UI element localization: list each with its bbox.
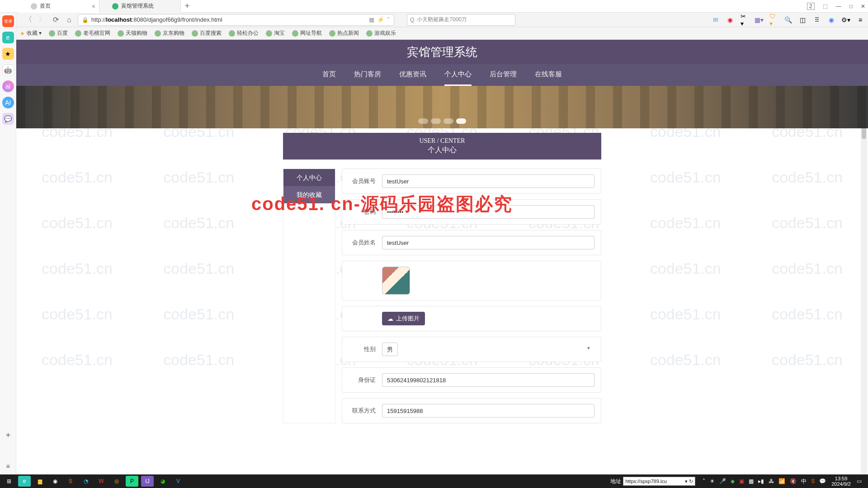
- translate-icon[interactable]: ▦: [369, 16, 374, 23]
- phone-input[interactable]: [382, 404, 594, 418]
- bookmark-item[interactable]: 老毛桃官网: [75, 29, 110, 37]
- tray-wifi-icon[interactable]: 📶: [778, 478, 785, 484]
- name-input[interactable]: [382, 236, 594, 249]
- url-input[interactable]: 🔒 http://localhost:8080/djangof66g9/fron…: [78, 14, 394, 26]
- tray-notif-icon[interactable]: 💬: [819, 478, 826, 484]
- chrome-icon[interactable]: ◉: [827, 16, 835, 24]
- tray-vol-icon[interactable]: 🔇: [790, 478, 797, 484]
- task-browser-icon[interactable]: e: [18, 476, 31, 487]
- tab-count-badge[interactable]: 2: [807, 3, 815, 10]
- back-button[interactable]: 〈: [24, 15, 33, 25]
- close-window-button[interactable]: ✕: [861, 3, 865, 9]
- dot[interactable]: [431, 118, 441, 124]
- sidebar-item-user-center[interactable]: 个人中心: [283, 169, 335, 186]
- password-input[interactable]: [382, 205, 594, 219]
- tray-desktop-icon[interactable]: ▭: [853, 476, 865, 487]
- bookmark-item[interactable]: 网址导航: [292, 29, 322, 37]
- bookmark-item[interactable]: 百度: [49, 29, 68, 37]
- sidebar-app-icon[interactable]: e: [2, 32, 14, 43]
- tray-play-icon[interactable]: ▸▮: [758, 478, 764, 484]
- tray-sec-icon[interactable]: ◆: [731, 478, 735, 484]
- tray-net-icon[interactable]: 🖧: [769, 478, 774, 484]
- task-chrome-icon[interactable]: ◉: [49, 476, 61, 487]
- nav-admin[interactable]: 后台管理: [490, 64, 517, 86]
- close-tab-icon[interactable]: ×: [92, 3, 95, 10]
- home-button[interactable]: ⌂: [64, 15, 74, 25]
- maximize-button[interactable]: □: [849, 3, 853, 9]
- gender-select[interactable]: 男: [382, 343, 398, 356]
- nav-rooms[interactable]: 热门客房: [354, 64, 381, 86]
- forward-button[interactable]: 〉: [37, 15, 47, 25]
- gear-icon[interactable]: ⚙▾: [842, 16, 850, 24]
- sidebar-chat-icon[interactable]: 💬: [2, 113, 14, 125]
- task-wps-icon[interactable]: W: [95, 476, 108, 487]
- nav-home[interactable]: 首页: [322, 64, 336, 86]
- bookmark-item[interactable]: 百度搜索: [192, 29, 222, 37]
- grid-icon[interactable]: ▦▾: [755, 16, 763, 24]
- sidebar-bot-icon[interactable]: 🤖: [2, 64, 14, 76]
- task-wechat-icon[interactable]: ◕: [156, 476, 169, 487]
- task-explorer-icon[interactable]: ▆: [33, 476, 46, 487]
- dropdown-icon[interactable]: ˅: [387, 16, 390, 23]
- task-app-icon[interactable]: S: [64, 476, 77, 487]
- menu-icon[interactable]: ≡: [856, 16, 864, 24]
- tab-hotel[interactable]: 宾馆管理系统: [99, 0, 181, 13]
- clock[interactable]: 13:59 2024/9/2: [831, 476, 851, 487]
- bookmark-item[interactable]: 京东购物: [155, 29, 184, 37]
- nav-service[interactable]: 在线客服: [535, 64, 562, 86]
- task-pycharm-icon[interactable]: P: [126, 476, 138, 487]
- tray-ime-icon[interactable]: 中: [801, 478, 807, 485]
- sidebar-add-icon[interactable]: ＋: [4, 429, 12, 440]
- dot-active[interactable]: [456, 118, 466, 124]
- bookmark-item[interactable]: 淘宝: [266, 29, 285, 37]
- bookmark-item[interactable]: 天猫购物: [118, 29, 147, 37]
- task-v-icon[interactable]: V: [172, 476, 184, 487]
- tray-up-icon[interactable]: ˄: [703, 478, 705, 484]
- sidebar-menu-icon[interactable]: ≡: [6, 463, 9, 470]
- search-input[interactable]: Q 小天鹅被薅走7000万: [407, 14, 515, 26]
- avatar-image[interactable]: [382, 267, 410, 295]
- dot[interactable]: [418, 118, 428, 124]
- account-input[interactable]: [382, 174, 594, 188]
- tray-mic-icon[interactable]: 🎤: [719, 478, 726, 484]
- puzzle-icon[interactable]: ◫: [798, 16, 807, 24]
- reload-button[interactable]: ⟳: [51, 15, 61, 25]
- tray-todo-icon[interactable]: ▣: [739, 478, 744, 484]
- task-idea-icon[interactable]: IJ: [141, 476, 154, 487]
- bookmark-item[interactable]: 游戏娱乐: [366, 29, 396, 37]
- tray-app-icon[interactable]: ▦: [749, 478, 754, 484]
- sidebar-login-icon[interactable]: 登录: [2, 15, 14, 27]
- mail-icon[interactable]: ✉: [712, 16, 720, 24]
- sidebar-ai-icon[interactable]: ai: [2, 80, 14, 92]
- dot[interactable]: [443, 118, 453, 124]
- apps-icon[interactable]: ⠿: [813, 16, 821, 24]
- taskbar-url-input[interactable]: https://spsp789.icu▾ ↻: [623, 477, 695, 486]
- nav-user-center[interactable]: 个人中心: [444, 64, 472, 86]
- extensions-icon[interactable]: ⬚: [823, 3, 828, 9]
- nav-promo[interactable]: 优惠资讯: [399, 64, 426, 86]
- shield-icon[interactable]: ⚡: [377, 16, 384, 23]
- start-button[interactable]: ⊞: [3, 476, 15, 487]
- tray-weather-icon[interactable]: ☀: [710, 478, 715, 484]
- minimize-button[interactable]: ―: [836, 3, 841, 9]
- bookmark-fav[interactable]: ★收藏 ▾: [20, 29, 42, 37]
- tab-home[interactable]: 首页 ×: [18, 0, 99, 13]
- bookmark-item[interactable]: 热点新闻: [329, 29, 359, 37]
- task-app2-icon[interactable]: ◎: [110, 476, 123, 487]
- sidebar-star-icon[interactable]: ★: [2, 48, 14, 60]
- search2-icon[interactable]: 🔍: [784, 16, 792, 24]
- banner-carousel[interactable]: [16, 86, 868, 128]
- site-icon: [49, 30, 55, 37]
- weibo-icon[interactable]: ◉: [726, 16, 734, 24]
- sidebar-item-favorites[interactable]: 我的收藏: [283, 186, 335, 203]
- account-label: 会员账号: [349, 177, 376, 185]
- new-tab-button[interactable]: +: [181, 0, 193, 13]
- sidebar-ai2-icon[interactable]: AI: [2, 97, 14, 108]
- upload-button[interactable]: ☁ 上传图片: [382, 312, 425, 325]
- id-input[interactable]: [382, 373, 594, 387]
- shield2-icon[interactable]: 🛡▾: [769, 16, 778, 24]
- scissors-icon[interactable]: ✂▾: [741, 16, 749, 24]
- bookmark-item[interactable]: 轻松办公: [229, 29, 259, 37]
- tray-sogou-icon[interactable]: S: [811, 478, 815, 484]
- task-edge-icon[interactable]: ◔: [80, 476, 92, 487]
